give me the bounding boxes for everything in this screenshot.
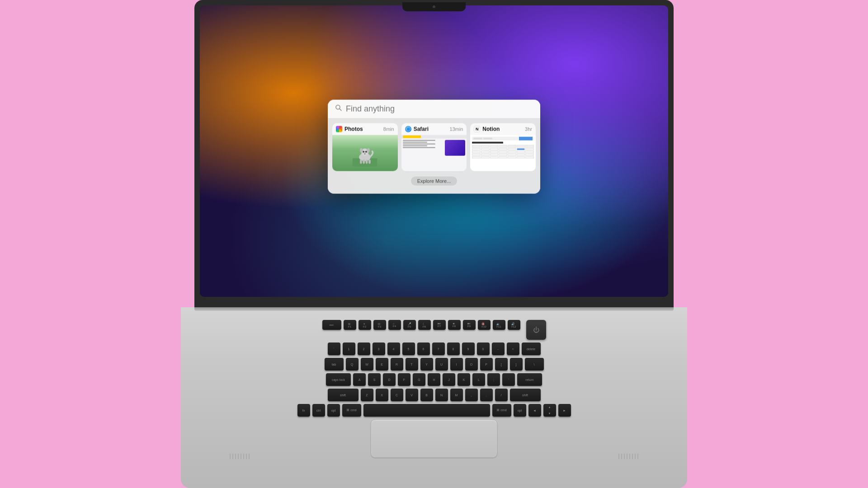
key-u[interactable]: U (435, 358, 448, 371)
key-caps[interactable]: caps lock (326, 373, 351, 386)
key-1[interactable]: 1 (343, 343, 355, 355)
key-shift-right[interactable]: shift (510, 389, 541, 401)
key-z[interactable]: Z (361, 389, 373, 401)
key-shift-left[interactable]: shift (328, 389, 359, 401)
key-9[interactable]: 9 (462, 343, 475, 355)
key-arrow-left[interactable]: ◄ (528, 404, 541, 417)
key-r[interactable]: R (391, 358, 403, 371)
key-f6[interactable]: ☾F6 (418, 320, 431, 330)
notion-cell (525, 156, 534, 158)
key-period[interactable]: . (480, 389, 493, 401)
key-g[interactable]: G (413, 373, 425, 386)
notion-cell (472, 150, 481, 153)
key-f10[interactable]: 🔇F10 (478, 320, 491, 330)
key-backslash[interactable]: \ (525, 358, 544, 371)
speaker-hole (232, 454, 233, 459)
key-f2[interactable]: ☀F2 (359, 320, 371, 330)
key-l[interactable]: L (472, 373, 485, 386)
laptop-keyboard-base: esc ⊞F1 ☀F2 ⊟F3 ⌕F4 🎤F5 ☾F6 ⏮F7 ⏯F8 ⏭F9 … (181, 307, 687, 488)
key-f[interactable]: F (398, 373, 410, 386)
key-f1[interactable]: ⊞F1 (344, 320, 356, 330)
key-w[interactable]: W (361, 358, 373, 371)
key-rbracket[interactable]: ] (510, 358, 523, 371)
key-f11[interactable]: 🔉F11 (493, 320, 505, 330)
key-backtick[interactable]: ` (328, 343, 340, 355)
notion-cell (490, 148, 499, 150)
trackpad[interactable] (371, 419, 497, 458)
key-8[interactable]: 8 (447, 343, 460, 355)
key-f3[interactable]: ⊟F3 (373, 320, 386, 330)
key-f7[interactable]: ⏮F7 (433, 320, 446, 330)
key-a[interactable]: A (353, 373, 366, 386)
key-b[interactable]: B (420, 389, 433, 401)
key-return[interactable]: return (517, 373, 542, 386)
key-f9[interactable]: ⏭F9 (463, 320, 476, 330)
key-option-right[interactable]: opt (514, 404, 526, 417)
safari-app-card[interactable]: Safari 13min (401, 123, 467, 171)
key-n[interactable]: N (435, 389, 448, 401)
key-comma[interactable]: , (465, 389, 478, 401)
svg-line-1 (340, 109, 341, 111)
key-y[interactable]: Y (420, 358, 433, 371)
key-lbracket[interactable]: [ (495, 358, 508, 371)
key-k[interactable]: K (458, 373, 470, 386)
key-7[interactable]: 7 (432, 343, 445, 355)
key-f8[interactable]: ⏯F8 (448, 320, 461, 330)
safari-article (403, 140, 444, 155)
key-i[interactable]: I (450, 358, 463, 371)
notion-app-card[interactable]: N Notion 3hr (470, 123, 536, 171)
key-6[interactable]: 6 (417, 343, 430, 355)
key-esc[interactable]: esc (322, 320, 341, 330)
power-button[interactable]: ⏻ (526, 320, 546, 340)
key-e[interactable]: E (376, 358, 388, 371)
key-arrow-right[interactable]: ► (558, 404, 571, 417)
key-delete[interactable]: delete (522, 343, 541, 355)
speaker-hole (230, 454, 231, 459)
key-d[interactable]: D (383, 373, 396, 386)
key-f12[interactable]: 🔊F12 (508, 320, 520, 330)
spotlight-search-bar[interactable] (328, 99, 540, 118)
key-f5[interactable]: 🎤F5 (403, 320, 416, 330)
key-o[interactable]: O (465, 358, 478, 371)
key-option-left[interactable]: opt (327, 404, 340, 417)
photos-app-card[interactable]: Photos 8min (332, 123, 398, 171)
key-t[interactable]: T (406, 358, 418, 371)
key-3[interactable]: 3 (373, 343, 385, 355)
laptop-screen: Photos 8min (200, 5, 668, 297)
key-minus[interactable]: - (492, 343, 505, 355)
key-fn[interactable]: fn (297, 404, 310, 417)
notion-card-title: N Notion (474, 126, 500, 132)
spotlight-input[interactable] (346, 104, 533, 113)
key-c[interactable]: C (391, 389, 403, 401)
key-j[interactable]: J (443, 373, 455, 386)
key-quote[interactable]: ' (502, 373, 515, 386)
key-cmd-right[interactable]: ⌘ cmd (492, 404, 511, 417)
spotlight-results: Photos 8min (328, 118, 540, 193)
key-semicolon[interactable]: ; (487, 373, 500, 386)
speaker-hole (243, 454, 244, 459)
explore-more-button[interactable]: Explore More... (411, 176, 458, 185)
key-tab[interactable]: tab (325, 358, 344, 371)
key-f4[interactable]: ⌕F4 (388, 320, 401, 330)
key-cmd-left[interactable]: ⌘ cmd (342, 404, 361, 417)
key-m[interactable]: M (450, 389, 463, 401)
safari-card-title: Safari (405, 126, 429, 132)
key-arrow-updown[interactable]: ▲ ▼ (543, 404, 556, 417)
key-x[interactable]: X (376, 389, 388, 401)
key-4[interactable]: 4 (387, 343, 400, 355)
key-h[interactable]: H (428, 373, 440, 386)
key-0[interactable]: 0 (477, 343, 490, 355)
spotlight-search-panel[interactable]: Photos 8min (328, 99, 540, 193)
key-space[interactable] (363, 404, 490, 417)
key-2[interactable]: 2 (358, 343, 370, 355)
key-q[interactable]: Q (346, 358, 359, 371)
key-s[interactable]: S (368, 373, 381, 386)
key-ctrl[interactable]: ctrl (312, 404, 325, 417)
notion-preview (470, 135, 536, 171)
key-v[interactable]: V (406, 389, 418, 401)
key-5[interactable]: 5 (402, 343, 415, 355)
key-equals[interactable]: = (507, 343, 519, 355)
key-p[interactable]: P (480, 358, 493, 371)
key-slash[interactable]: / (495, 389, 508, 401)
notion-cell (517, 156, 525, 158)
